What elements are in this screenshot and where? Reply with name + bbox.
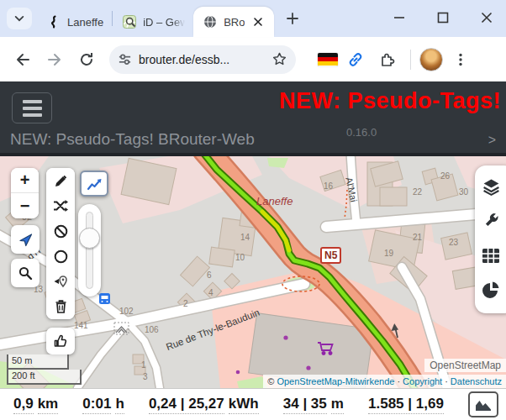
search-button[interactable]: [11, 259, 40, 287]
search-icon: [18, 265, 33, 281]
delete-button[interactable]: [46, 294, 75, 319]
tab-brouter-active[interactable]: BRo: [193, 7, 274, 37]
url-text[interactable]: brouter.de/essb...: [139, 53, 265, 66]
pin-marker-icon: [53, 275, 68, 289]
slider-handle[interactable]: [79, 228, 100, 249]
profile-avatar[interactable]: [419, 48, 443, 71]
tab-label: iD – Gew: [143, 16, 185, 29]
route-stats-bar: 0,9km 0:01h 0,24 | 25,27kWh 34 | 35m 1.5…: [0, 388, 506, 420]
zoom-in-button[interactable]: +: [11, 168, 39, 193]
german-flag-extension-icon[interactable]: [318, 53, 338, 66]
elevation-chart-toggle[interactable]: [80, 171, 108, 197]
app-title: NEW: Pseudo-Tags! BRouter-Web: [10, 130, 255, 149]
data-table-button[interactable]: [481, 245, 501, 265]
road-shield-n5: N5: [320, 247, 341, 264]
tune-icon: [118, 52, 132, 66]
transparency-slider[interactable]: [78, 204, 101, 297]
extensions-button[interactable]: [373, 45, 402, 74]
menu-hamburger-button[interactable]: [12, 92, 52, 123]
copyright-symbol: ©: [267, 376, 274, 386]
thumbs-up-icon: [53, 333, 68, 349]
shuffle-icon: [53, 199, 68, 213]
poi-marker-button[interactable]: [46, 269, 75, 294]
statistics-button[interactable]: [481, 280, 501, 300]
stat-time: 0:01h: [82, 396, 124, 414]
map-viewport[interactable]: Laneffe Al'Mai Rue de Thy-le-Bauduin d'H…: [0, 156, 506, 388]
trash-icon: [54, 299, 68, 314]
tab-close-button[interactable]: [251, 14, 266, 29]
minimize-button[interactable]: [387, 5, 412, 30]
slider-track: [86, 212, 93, 289]
app-version: 0.16.0: [346, 126, 377, 139]
window-controls: [387, 5, 499, 30]
area-chart-icon: [474, 397, 493, 412]
brouter-header: NEW: Pseudo-Tags! NEW: Pseudo-Tags! BRou…: [0, 81, 506, 156]
nogo-circle-button[interactable]: [46, 244, 75, 269]
forward-arrow-icon: [46, 51, 63, 68]
map-canvas[interactable]: [0, 156, 506, 388]
tab-search-button[interactable]: [7, 8, 32, 29]
tab-label: Laneffe: [67, 16, 103, 29]
pencil-icon: [54, 174, 68, 188]
map-side-panel: [475, 165, 506, 313]
attribution-osm-link[interactable]: OpenStreetMap-Mitwirkende: [277, 376, 394, 386]
reload-icon: [78, 51, 95, 68]
profile-settings-button[interactable]: [481, 211, 501, 231]
scale-control: 50 m 200 ft: [7, 354, 82, 385]
reverse-route-button[interactable]: [46, 193, 75, 218]
tab-laneffe[interactable]: Laneffe: [37, 7, 112, 37]
kebab-menu-icon: [453, 52, 468, 67]
id-editor-favicon-icon: [123, 15, 136, 29]
zoom-out-button[interactable]: −: [11, 193, 39, 218]
elevation-profile-button[interactable]: [468, 391, 498, 417]
trending-chart-icon: [86, 176, 103, 192]
close-icon: [479, 10, 494, 25]
attribution-copyright-link[interactable]: Copyright: [403, 376, 442, 386]
stat-distance: 0,9km: [13, 396, 58, 414]
tab-bar: Laneffe iD – Gew BRo: [0, 0, 506, 37]
browser-menu-button[interactable]: [446, 45, 475, 74]
bus-stop-icon: [99, 293, 110, 304]
forward-button[interactable]: [40, 45, 69, 74]
scale-metric: 50 m: [7, 354, 69, 370]
reload-button[interactable]: [72, 45, 101, 74]
close-window-button[interactable]: [474, 5, 499, 30]
chevron-down-icon: [13, 13, 25, 24]
bookmark-star-icon[interactable]: [271, 51, 287, 67]
browser-window: Laneffe iD – Gew BRo: [0, 0, 506, 420]
attribution-privacy-link[interactable]: Datenschutz: [451, 376, 502, 386]
tab-id-editor[interactable]: iD – Gew: [113, 7, 193, 37]
link-extension-button[interactable]: [341, 45, 370, 74]
minimize-icon: [392, 10, 407, 25]
globe-favicon-icon: [203, 15, 217, 29]
back-button[interactable]: [8, 45, 37, 74]
stat-elevation: 34 | 35m: [283, 396, 344, 414]
layers-icon: [482, 177, 501, 197]
locate-button[interactable]: [11, 225, 40, 254]
new-tab-button[interactable]: [281, 7, 304, 30]
header-expand-chevron[interactable]: >: [488, 133, 496, 148]
feedback-button[interactable]: [46, 328, 75, 354]
puzzle-icon: [379, 51, 396, 68]
layers-button[interactable]: [481, 176, 501, 197]
address-bar[interactable]: brouter.de/essb...: [109, 45, 296, 74]
wrench-icon: [482, 213, 500, 230]
locate-arrow-icon: [18, 232, 34, 248]
chain-link-icon: [346, 50, 365, 69]
draw-route-button[interactable]: [46, 168, 75, 193]
plus-icon: [286, 12, 299, 25]
stat-cost: 1.585 | 1,69: [368, 396, 444, 414]
toolbar-separator: [410, 50, 411, 70]
stat-energy: 0,24 | 25,27kWh: [149, 396, 259, 414]
nogo-area-button[interactable]: [46, 218, 75, 244]
pie-chart-icon: [482, 281, 500, 299]
active-layer-label: OpenStreetMap: [424, 359, 506, 372]
maximize-icon: [435, 10, 451, 25]
routing-tools: [46, 168, 75, 319]
close-icon: [253, 17, 263, 27]
browser-toolbar: brouter.de/essb...: [0, 37, 506, 81]
maximize-button[interactable]: [430, 5, 456, 30]
tab-label: BRo: [224, 16, 245, 29]
ban-icon: [54, 224, 68, 239]
circle-icon: [54, 249, 68, 264]
